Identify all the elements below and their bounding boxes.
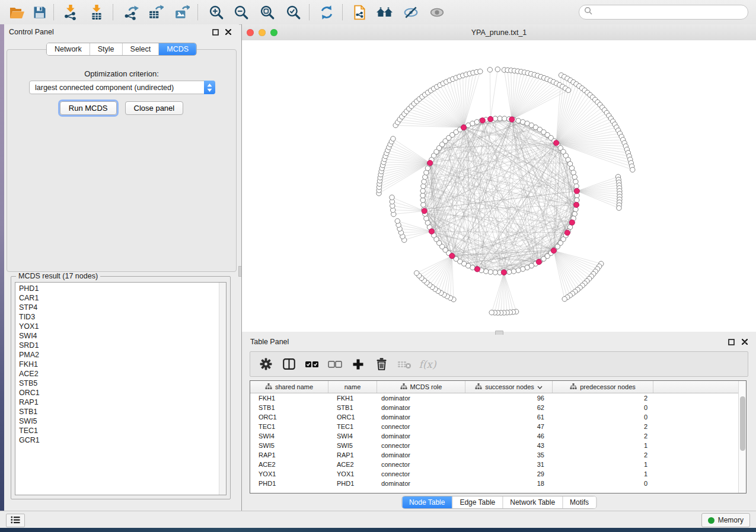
table-cell: dominator — [377, 404, 465, 411]
close-panel-button[interactable]: Close panel — [125, 101, 184, 115]
float-window-icon[interactable] — [212, 28, 219, 36]
network-window-titlebar[interactable]: YPA_prune.txt_1 — [242, 24, 756, 41]
first-neighbors-icon[interactable] — [375, 4, 395, 21]
import-network-icon[interactable] — [60, 4, 81, 21]
table-row[interactable]: SWI4SWI4dominator462 — [250, 431, 746, 441]
table-cell: dominator — [377, 395, 465, 402]
search-input[interactable] — [579, 5, 748, 20]
table-tabbar: Node TableEdge TableNetwork TableMotifs — [401, 496, 596, 509]
table-row[interactable]: PHD1PHD1dominator180 — [250, 479, 746, 488]
show-all-icon[interactable] — [427, 4, 447, 21]
hide-selected-icon[interactable] — [401, 4, 421, 21]
memory-status-icon — [708, 517, 714, 524]
mcds-result-item[interactable]: RAP1 — [19, 398, 226, 407]
tab-network[interactable]: Network — [47, 43, 90, 55]
mcds-result-item[interactable]: TEC1 — [19, 426, 226, 435]
tab-node-table[interactable]: Node Table — [402, 496, 452, 508]
table-row[interactable]: ACE2ACE2connector311 — [250, 460, 746, 469]
mcds-result-item[interactable]: STP4 — [19, 303, 226, 312]
column-header-name[interactable]: name — [328, 381, 377, 393]
mcds-result-item[interactable]: GCR1 — [19, 435, 226, 445]
table-cell: 2 — [553, 432, 653, 440]
refresh-layout-icon[interactable] — [317, 4, 337, 21]
mcds-result-item[interactable]: TID3 — [19, 312, 226, 322]
mcds-result-item[interactable]: FKH1 — [19, 360, 226, 369]
table-scrollbar-thumb[interactable] — [740, 396, 745, 451]
close-icon[interactable] — [741, 338, 748, 345]
table-scrollbar[interactable] — [738, 381, 746, 493]
column-label: MCDS role — [410, 383, 442, 390]
export-network-icon[interactable] — [121, 4, 141, 21]
add-icon[interactable] — [351, 357, 365, 371]
search-field[interactable] — [593, 6, 748, 19]
mcds-result-item[interactable]: PMA2 — [19, 350, 226, 360]
table-row[interactable]: TEC1TEC1connector472 — [250, 422, 746, 431]
zoom-fit-icon[interactable] — [257, 4, 277, 21]
select-all-icon[interactable] — [305, 357, 319, 371]
import-table-icon[interactable] — [87, 4, 107, 21]
mcds-result-list[interactable]: PHD1CAR1STP4TID3YOX1SWI4SRD1PMA2FKH1ACE2… — [15, 282, 227, 495]
network-canvas-svg — [242, 40, 756, 332]
mcds-result-item[interactable]: CAR1 — [19, 293, 226, 303]
tab-motifs[interactable]: Motifs — [562, 496, 596, 508]
clone-network-icon[interactable] — [350, 4, 370, 21]
memory-button[interactable]: Memory — [701, 513, 750, 527]
table-row[interactable]: FKH1FKH1dominator962 — [250, 393, 746, 403]
zoom-out-icon[interactable] — [231, 4, 251, 21]
column-header-predecessor-nodes[interactable]: predecessor nodes — [553, 381, 653, 393]
table-header-row[interactable]: shared namenameMCDS rolesuccessor nodesp… — [250, 381, 746, 393]
mcds-result-item[interactable]: PHD1 — [19, 284, 226, 293]
network-view-canvas[interactable] — [242, 40, 756, 332]
mcds-result-fieldset: MCDS result (17 nodes) PHD1CAR1STP4TID3Y… — [11, 276, 231, 499]
tab-select[interactable]: Select — [122, 43, 159, 55]
table-row[interactable]: SWI5SWI5connector431 — [250, 441, 746, 450]
mcds-result-item[interactable]: SRD1 — [19, 341, 226, 350]
table-cell: SWI4 — [250, 432, 328, 440]
list-scrollbar[interactable] — [219, 283, 226, 495]
zoom-selected-icon[interactable] — [283, 4, 304, 21]
table-body[interactable]: FKH1FKH1dominator962STB1STB1dominator620… — [250, 393, 746, 488]
table-row[interactable]: YOX1YOX1connector291 — [250, 469, 746, 479]
mcds-result-item[interactable]: SWI5 — [19, 416, 226, 426]
column-header-shared-name[interactable]: shared name — [250, 381, 328, 393]
mcds-result-item[interactable]: STB5 — [19, 379, 226, 388]
table-cell: 31 — [465, 461, 553, 468]
run-mcds-button[interactable]: Run MCDS — [60, 101, 117, 115]
table-cell: connector — [377, 470, 465, 477]
tab-network-table[interactable]: Network Table — [502, 496, 562, 508]
column-header-successor-nodes[interactable]: successor nodes — [465, 381, 553, 393]
mcds-result-title: MCDS result (17 nodes) — [16, 272, 100, 280]
open-folder-icon[interactable] — [7, 4, 27, 21]
close-icon[interactable] — [225, 28, 232, 36]
table-cell: STB1 — [328, 404, 377, 411]
node-table[interactable]: shared namenameMCDS rolesuccessor nodesp… — [250, 380, 747, 493]
column-visibility-icon[interactable] — [282, 357, 296, 371]
table-cell: ORC1 — [328, 414, 377, 421]
mcds-result-item[interactable]: SWI4 — [19, 331, 226, 341]
mcds-result-item[interactable]: ACE2 — [19, 369, 226, 379]
delete-icon[interactable] — [374, 357, 388, 371]
table-row[interactable]: RAP1RAP1dominator352 — [250, 450, 746, 460]
tab-mcds[interactable]: MCDS — [158, 43, 196, 55]
save-icon[interactable] — [30, 4, 50, 21]
export-table-icon[interactable] — [146, 4, 166, 21]
float-window-icon[interactable] — [728, 338, 735, 345]
shared-column-icon — [570, 383, 577, 391]
tab-style[interactable]: Style — [90, 43, 122, 55]
table-cell: 2 — [553, 451, 653, 459]
mcds-result-item[interactable]: ORC1 — [19, 388, 226, 398]
tab-edge-table[interactable]: Edge Table — [452, 496, 502, 508]
table-row[interactable]: ORC1ORC1dominator610 — [250, 412, 746, 422]
deselect-all-icon[interactable] — [328, 357, 342, 371]
criterion-dropdown[interactable]: largest connected component (undirected) — [29, 81, 215, 94]
column-header-MCDS-role[interactable]: MCDS role — [377, 381, 465, 393]
gear-icon[interactable] — [259, 357, 273, 371]
mcds-result-item[interactable]: STB1 — [19, 407, 226, 416]
table-row[interactable]: STB1STB1dominator620 — [250, 403, 746, 412]
zoom-in-icon[interactable] — [206, 4, 227, 21]
export-image-icon[interactable] — [172, 4, 192, 21]
task-history-button[interactable] — [6, 514, 25, 527]
table-cell: dominator — [377, 480, 465, 487]
table-cell: 0 — [553, 414, 653, 421]
mcds-result-item[interactable]: YOX1 — [19, 322, 226, 331]
